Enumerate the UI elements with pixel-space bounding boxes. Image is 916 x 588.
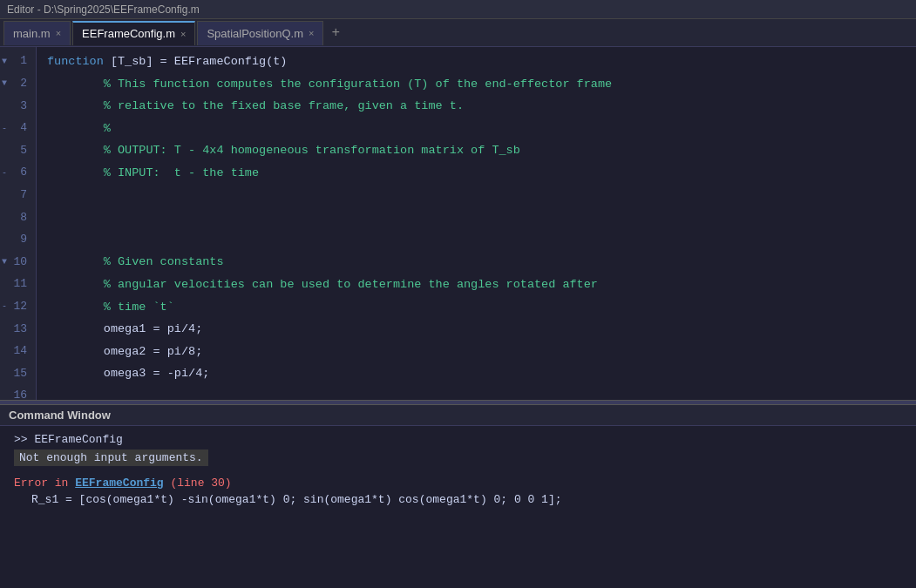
- ln-13: 13: [0, 318, 31, 341]
- code-line-10: % Given constants: [47, 251, 916, 274]
- cmd-error-prefix: Error in: [14, 476, 75, 490]
- tab-eeframe-label: EEFrameConfig.m: [82, 27, 175, 40]
- ln-7: 7: [0, 185, 31, 207]
- cmd-error-line: Error in EEFrameConfig (line 30): [14, 476, 902, 490]
- code-line-4: %: [47, 118, 916, 140]
- code-line-2: % This function computes the configurati…: [47, 73, 916, 96]
- fold-6: -: [2, 166, 7, 180]
- line-numbers: ▼1 ▼2 3 -4 5 -6 7 8 9 ▼10 11 -12 13 14 1…: [0, 47, 37, 400]
- tab-add-button[interactable]: +: [325, 23, 346, 44]
- command-window: Command Window >> EEFrameConfig Not enou…: [0, 405, 916, 588]
- fold-10: ▼: [2, 255, 7, 269]
- ln-15: 15: [0, 362, 31, 385]
- ln-6: -6: [0, 162, 31, 185]
- tab-eeframe-close[interactable]: ×: [180, 29, 186, 39]
- ln-14: 14: [0, 341, 31, 363]
- tab-spatial[interactable]: SpatialPositionQ.m ×: [197, 21, 323, 45]
- code-line-6: % INPUT: t - the time: [47, 162, 916, 185]
- code-line-12: % time `t`: [47, 296, 916, 319]
- ln-1: ▼1: [0, 51, 31, 73]
- cmd-error-box-wrapper: Not enough input arguments.: [14, 449, 902, 471]
- cmd-code-line: R_s1 = [cos(omega1*t) -sin(omega1*t) 0; …: [14, 493, 902, 506]
- title-text: Editor - D:\Spring2025\EEFrameConfig.m: [7, 3, 200, 16]
- ln-3: 3: [0, 95, 31, 118]
- fold-12: -: [2, 300, 7, 314]
- ln-8: 8: [0, 206, 31, 229]
- code-line-14: omega2 = pi/8;: [47, 341, 916, 363]
- ln-5: 5: [0, 139, 31, 162]
- tab-main-label: main.m: [13, 27, 51, 40]
- code-line-11: % angular velocities can be used to dete…: [47, 274, 916, 296]
- title-bar: Editor - D:\Spring2025\EEFrameConfig.m: [0, 0, 916, 19]
- ln-9: 9: [0, 229, 31, 252]
- ln-12: -12: [0, 296, 31, 319]
- tab-main-close[interactable]: ×: [56, 28, 61, 38]
- code-line-16: [47, 385, 916, 400]
- tab-spatial-label: SpatialPositionQ.m: [207, 27, 303, 40]
- command-body[interactable]: >> EEFrameConfig Not enough input argume…: [0, 426, 916, 588]
- code-line-13: omega1 = pi/4;: [47, 318, 916, 341]
- cmd-error-link[interactable]: EEFrameConfig: [75, 476, 163, 490]
- fold-2: ▼: [2, 77, 7, 91]
- code-line-9: [47, 229, 916, 252]
- tab-main[interactable]: main.m ×: [3, 21, 71, 45]
- ln-4: -4: [0, 118, 31, 140]
- ln-11: 11: [0, 274, 31, 296]
- cmd-prompt: >> EEFrameConfig: [14, 433, 902, 446]
- code-lines[interactable]: function [T_sb] = EEFrameConfig(t) % Thi…: [37, 47, 916, 400]
- ln-16: 16: [0, 385, 31, 400]
- ln-10: ▼10: [0, 251, 31, 274]
- code-line-8: [47, 206, 916, 229]
- code-line-3: % relative to the fixed base frame, give…: [47, 95, 916, 118]
- tab-eeframe[interactable]: EEFrameConfig.m ×: [72, 21, 195, 45]
- code-container: ▼1 ▼2 3 -4 5 -6 7 8 9 ▼10 11 -12 13 14 1…: [0, 47, 916, 400]
- cmd-prompt-text: >> EEFrameConfig: [14, 433, 123, 446]
- editor-area: ▼1 ▼2 3 -4 5 -6 7 8 9 ▼10 11 -12 13 14 1…: [0, 47, 916, 400]
- ln-2: ▼2: [0, 73, 31, 96]
- code-line-1: function [T_sb] = EEFrameConfig(t): [47, 51, 916, 73]
- tab-bar: main.m × EEFrameConfig.m × SpatialPositi…: [0, 19, 916, 47]
- code-line-5: % OUTPUT: T - 4x4 homogeneous transforma…: [47, 139, 916, 162]
- cmd-error-box: Not enough input arguments.: [14, 449, 208, 466]
- cmd-error-linenum: (line 30): [170, 476, 231, 490]
- fold-1: ▼: [2, 55, 7, 69]
- fold-4: -: [2, 122, 7, 136]
- tab-spatial-close[interactable]: ×: [309, 28, 314, 38]
- command-window-header: Command Window: [0, 405, 916, 426]
- code-line-15: omega3 = -pi/4;: [47, 362, 916, 385]
- code-line-7: [47, 185, 916, 207]
